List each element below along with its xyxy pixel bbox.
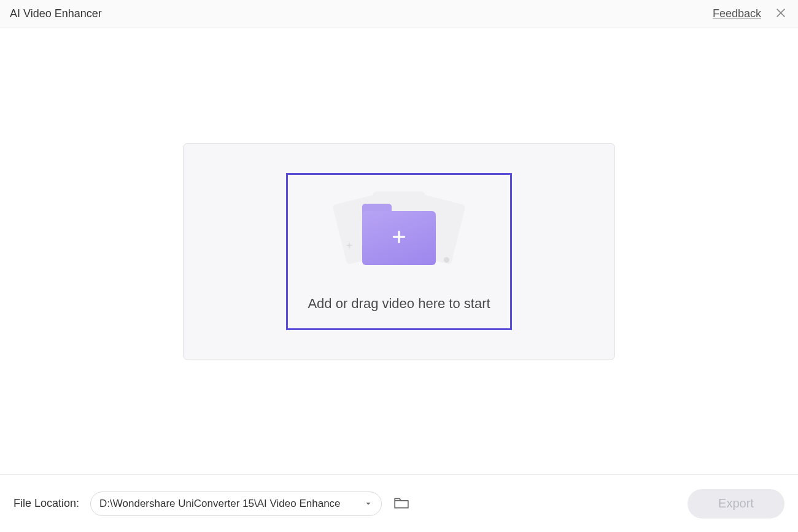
drop-text: Add or drag video here to start — [308, 296, 490, 312]
sparkle-icon — [344, 241, 355, 254]
file-location-label: File Location: — [14, 497, 79, 510]
window-title: AI Video Enhancer — [10, 7, 102, 20]
close-icon — [775, 7, 787, 21]
drop-zone[interactable]: Add or drag video here to start — [183, 143, 615, 360]
file-location-dropdown[interactable]: D:\Wondershare UniConverter 15\AI Video … — [90, 492, 382, 516]
export-button[interactable]: Export — [688, 489, 784, 519]
feedback-link[interactable]: Feedback — [713, 7, 761, 20]
open-folder-button[interactable] — [393, 495, 410, 512]
window-header: AI Video Enhancer Feedback — [0, 0, 798, 28]
folder-graphic — [338, 191, 460, 271]
chevron-down-icon — [364, 499, 373, 508]
folder-open-icon — [393, 496, 409, 512]
upload-area[interactable]: Add or drag video here to start — [286, 173, 512, 330]
plus-icon — [391, 229, 407, 247]
dot-icon — [444, 257, 449, 263]
close-button[interactable] — [773, 7, 788, 21]
main-content: Add or drag video here to start — [0, 28, 798, 474]
header-actions: Feedback — [713, 7, 788, 21]
folder-icon — [362, 211, 436, 265]
file-location-path: D:\Wondershare UniConverter 15\AI Video … — [99, 498, 341, 510]
footer-bar: File Location: D:\Wondershare UniConvert… — [0, 474, 798, 532]
